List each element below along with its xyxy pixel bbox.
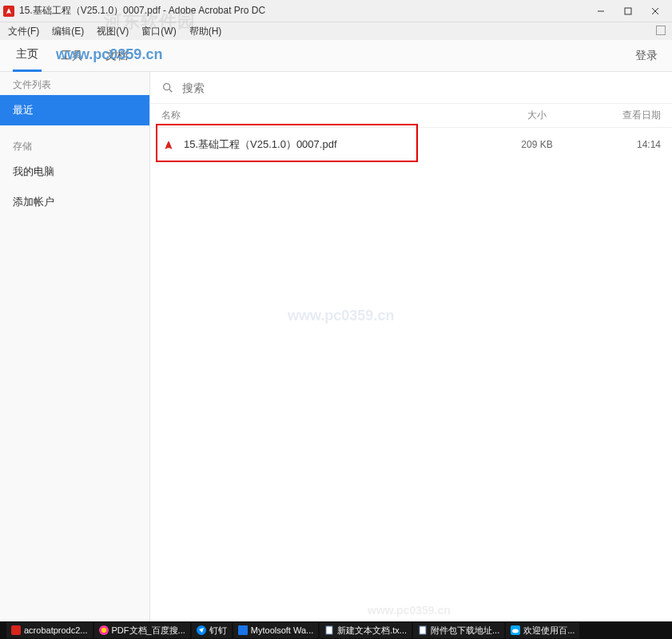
- column-header-row: 名称 大小 查看日期: [150, 104, 672, 128]
- browser-icon: [99, 625, 109, 635]
- svg-point-15: [512, 629, 519, 633]
- maximize-button[interactable]: [614, 2, 642, 21]
- notepad-icon: [418, 625, 427, 635]
- svg-rect-13: [420, 626, 426, 634]
- titlebar: 15.基础工程（V25.1.0）0007.pdf - Adobe Acrobat…: [0, 0, 672, 22]
- acrobat-icon: [11, 625, 21, 635]
- menu-window[interactable]: 窗口(W): [137, 23, 181, 40]
- taskbar: acrobatprodc2... PDF文档_百度搜... 钉钉 Mytools…: [0, 621, 672, 639]
- tab-document[interactable]: 文档: [102, 41, 131, 71]
- svg-line-6: [169, 89, 172, 92]
- menu-view[interactable]: 视图(V): [92, 23, 133, 40]
- taskbar-label: PDF文档_百度搜...: [112, 625, 185, 637]
- main-panel: 名称 大小 查看日期 15.基础工程（V25.1.0）0007.pdf 209 …: [150, 72, 672, 621]
- file-row[interactable]: 15.基础工程（V25.1.0）0007.pdf 209 KB 14:14: [150, 128, 672, 161]
- column-size[interactable]: 大小: [493, 109, 581, 122]
- close-button[interactable]: [642, 2, 669, 21]
- svg-rect-12: [326, 626, 332, 634]
- taskbar-item[interactable]: Mytoolsoft Wa...: [233, 622, 318, 638]
- tab-tools[interactable]: 工具: [58, 41, 86, 71]
- pdf-icon: [161, 137, 176, 152]
- app-icon: [238, 625, 248, 635]
- sidebar-item-recent[interactable]: 最近: [0, 95, 149, 125]
- acrobat-app-icon: [3, 6, 14, 17]
- sidebar-item-my-computer[interactable]: 我的电脑: [0, 157, 149, 187]
- menu-help[interactable]: 帮助(H): [185, 23, 227, 40]
- svg-point-9: [101, 628, 106, 633]
- svg-point-5: [164, 83, 170, 89]
- taskbar-label: 新建文本文档.tx...: [337, 625, 407, 637]
- menu-file[interactable]: 文件(F): [3, 23, 44, 40]
- search-icon: [161, 81, 174, 94]
- column-name[interactable]: 名称: [161, 109, 493, 122]
- dingtalk-icon: [197, 625, 206, 635]
- taskbar-item[interactable]: 欢迎使用百...: [506, 622, 579, 638]
- taskbar-item[interactable]: 新建文本文档.tx...: [320, 622, 412, 638]
- taskbar-item[interactable]: acrobatprodc2...: [6, 622, 93, 638]
- file-size: 209 KB: [493, 139, 581, 150]
- sidebar-group-file-list: 文件列表: [0, 72, 149, 95]
- svg-rect-2: [625, 8, 631, 14]
- menu-edit[interactable]: 编辑(E): [47, 23, 89, 40]
- svg-rect-11: [238, 625, 248, 635]
- restore-icon[interactable]: [656, 26, 666, 35]
- tab-home[interactable]: 主页: [13, 39, 42, 72]
- taskbar-label: acrobatprodc2...: [24, 625, 88, 635]
- sidebar: 文件列表 最近 存储 我的电脑 添加帐户: [0, 72, 150, 621]
- taskbar-item[interactable]: 附件包下载地址...: [413, 622, 504, 638]
- notepad-icon: [324, 625, 334, 635]
- taskbar-label: 钉钉: [209, 625, 227, 637]
- search-input[interactable]: [182, 81, 646, 94]
- taskbar-label: Mytoolsoft Wa...: [251, 625, 313, 635]
- column-date[interactable]: 查看日期: [581, 109, 661, 122]
- toolbar: 主页 工具 文档 登录: [0, 40, 672, 72]
- content-area: 文件列表 最近 存储 我的电脑 添加帐户 名称 大小 查看日期 15.基础工程（…: [0, 72, 672, 621]
- login-button[interactable]: 登录: [635, 49, 658, 63]
- window-title: 15.基础工程（V25.1.0）0007.pdf - Adobe Acrobat…: [19, 4, 587, 18]
- window-controls: [587, 2, 669, 21]
- taskbar-label: 欢迎使用百...: [523, 625, 575, 637]
- file-name: 15.基础工程（V25.1.0）0007.pdf: [184, 137, 493, 152]
- svg-rect-7: [11, 625, 21, 635]
- taskbar-label: 附件包下载地址...: [431, 625, 499, 637]
- taskbar-item[interactable]: PDF文档_百度搜...: [94, 622, 190, 638]
- minimize-button[interactable]: [587, 2, 614, 21]
- taskbar-item[interactable]: 钉钉: [192, 622, 232, 638]
- cloud-icon: [511, 625, 520, 635]
- grid-view-button[interactable]: [646, 81, 661, 95]
- app-window: 15.基础工程（V25.1.0）0007.pdf - Adobe Acrobat…: [0, 0, 672, 621]
- file-date: 14:14: [581, 139, 661, 150]
- sidebar-group-storage: 存储: [0, 133, 149, 157]
- sidebar-item-add-account[interactable]: 添加帐户: [0, 187, 149, 217]
- menubar: 文件(F) 编辑(E) 视图(V) 窗口(W) 帮助(H): [0, 22, 672, 40]
- search-row: [150, 72, 672, 104]
